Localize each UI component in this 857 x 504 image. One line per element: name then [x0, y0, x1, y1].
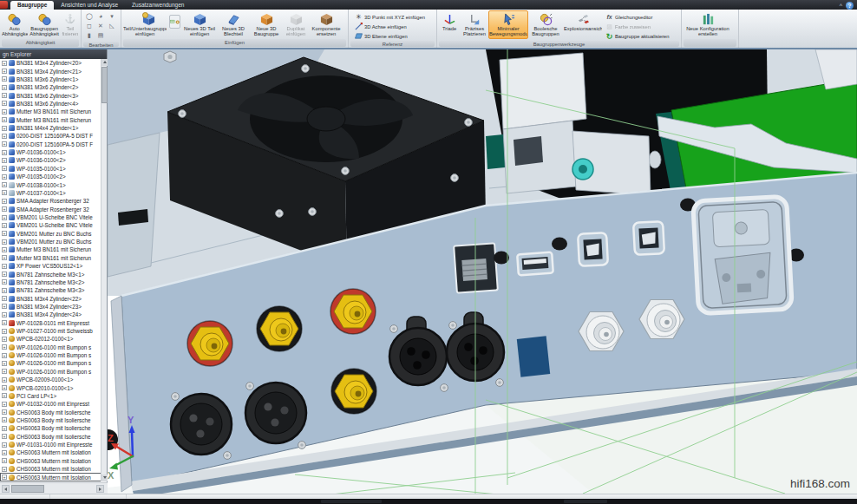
tree-item[interactable]: +CHS0063 Muttern mit Isolation [0, 448, 101, 456]
expand-icon[interactable]: + [2, 458, 7, 463]
expand-icon[interactable]: + [2, 247, 7, 252]
tree-item[interactable]: +CHS0063 Muttern mit Isolation [0, 473, 101, 481]
rca-connector-red[interactable] [187, 321, 232, 366]
expand-icon[interactable]: + [2, 353, 7, 358]
expand-icon[interactable]: + [2, 255, 7, 260]
tree-item[interactable]: +WP-01026-0100 mit Bumpon s [0, 359, 101, 367]
expand-icon[interactable]: + [2, 76, 7, 82]
expand-icon[interactable]: + [2, 402, 7, 407]
expand-icon[interactable]: + [2, 85, 7, 90]
expand-icon[interactable]: + [2, 304, 7, 309]
tree-item[interactable]: +BN381 M3x6 Zylinder<4> [0, 100, 101, 108]
scroll-up-arrow[interactable] [101, 59, 108, 66]
tree-item[interactable]: +WP-01036-0100<2> [0, 156, 101, 164]
tree-item[interactable]: +BN381 M3x6 Zylinder<2> [0, 83, 101, 91]
expand-icon[interactable]: + [2, 239, 7, 245]
expand-icon[interactable]: + [2, 109, 7, 115]
edit-tool-icon[interactable]: ✕ [95, 22, 106, 30]
expand-icon[interactable]: + [2, 385, 7, 390]
3d-scene[interactable]: Y Z X [108, 49, 857, 494]
ribbon-button-boolesche-baugruppen[interactable]: Boolesche Baugruppen [528, 10, 563, 39]
rca-connector-black[interactable] [331, 369, 376, 414]
scroll-right-arrow[interactable] [96, 485, 104, 493]
tree-item[interactable]: +BN381 M3x4 Zylinder<20> [0, 59, 101, 67]
taskbar-item[interactable] [564, 500, 607, 503]
edit-tool-icon[interactable]: ▮ [84, 31, 95, 40]
expand-icon[interactable]: + [2, 475, 7, 480]
expand-icon[interactable]: + [2, 158, 7, 163]
tree-item[interactable]: +WP-01032-0100 mit Einpresst [0, 400, 101, 408]
edit-tool-icon[interactable]: ◺ [107, 22, 117, 30]
tree-item[interactable]: +VBM201 U-Scheibe BNC Vitele [0, 221, 101, 229]
xlr-male-connector[interactable] [245, 383, 306, 443]
edit-tool-icon[interactable]: ◻ [84, 22, 95, 30]
expand-icon[interactable]: + [2, 182, 7, 187]
tree-item[interactable]: +Mutter M3 BN161 mit Sicherun [0, 254, 101, 262]
tree-item[interactable]: +BN381 M3x4 Zylinder<22> [0, 294, 101, 302]
expand-icon[interactable]: + [2, 264, 7, 269]
3d-viewport[interactable]: Y Z X hifi168.com [108, 49, 857, 494]
edit-tool-icon[interactable]: ◯ [84, 12, 95, 21]
expand-icon[interactable]: + [2, 337, 7, 342]
tree-item[interactable]: +SMA Adapter Rosenberger 32 [0, 197, 101, 205]
tree-item[interactable]: +WP-01038-0100<1> [0, 180, 101, 188]
ribbon-menu-item-farbe-zuweisen[interactable]: ▨Farbe zuweisen [605, 22, 670, 31]
expand-icon[interactable]: + [2, 279, 7, 285]
edit-tool-icon[interactable]: ▾ [107, 12, 117, 21]
tab-baugruppe[interactable]: Baugruppe [10, 1, 54, 10]
help-icon[interactable]: ? [846, 2, 854, 10]
interior-block[interactable] [500, 53, 586, 129]
expand-icon[interactable]: + [2, 467, 7, 472]
tree-item[interactable]: +CHS0063 Body mit Isoliersche [0, 433, 101, 441]
ribbon-button-auto-abhängigkeit[interactable]: Auto Abhängigkeit [1, 10, 29, 39]
expand-icon[interactable]: + [2, 101, 7, 106]
ribbon-button-duplikat-einfügen[interactable]: Duplikat einfügen [283, 10, 309, 39]
tree-item[interactable]: +BN381 M3x4 Zylinder<24> [0, 311, 101, 318]
tree-item[interactable]: +CHS0063 Muttern mit Isolation [0, 457, 101, 465]
expand-icon[interactable]: + [2, 141, 7, 147]
expand-icon[interactable]: + [2, 134, 7, 139]
ribbon-button-explosionsansicht[interactable]: Explosionsansicht [563, 10, 603, 39]
rca-connector-black[interactable] [257, 306, 302, 351]
insert-options-stack[interactable] [167, 10, 182, 39]
ribbon-button-neue-konfiguration-erstellen[interactable]: Neue Konfiguration erstellen [683, 10, 733, 39]
ribbon-button-baugruppen-abhängigkeit[interactable]: Baugruppen Abhängigkeit [29, 10, 61, 39]
ribbon-menu-item-baugruppe-aktualisieren[interactable]: ↻Baugruppe aktualisieren [605, 31, 670, 41]
rca-connector-red[interactable] [330, 289, 376, 334]
horizontal-scrollbar[interactable] [0, 482, 108, 494]
tree-item[interactable]: +Mutter M3 BN161 mit Sicherun [0, 108, 101, 115]
ribbon-button-neues-3d-blechteil[interactable]: Neues 3D Blechteil [217, 10, 250, 39]
standoff-cylinder[interactable] [649, 151, 661, 168]
ribbon-menu-item-3d-ebene-einfügen[interactable]: 3D Ebene einfügen [355, 31, 425, 41]
ribbon-menu-item-3d-punkt-mit-xyz-einfügen[interactable]: ✳3D Punkt mit XYZ einfügen [355, 12, 425, 22]
tree-item[interactable]: +WP-01026-0100 mit Bumpon s [0, 368, 101, 376]
scrollbar-thumb[interactable] [11, 485, 44, 493]
expand-icon[interactable]: + [2, 426, 7, 431]
tree-item[interactable]: +WP-01035-0100<2> [0, 173, 101, 180]
tree-item[interactable]: +VBM201 Mutter zu BNC Buchs [0, 238, 101, 245]
ribbon-button-neue-3d-baugruppe[interactable]: Neue 3D Baugruppe [250, 10, 283, 39]
ribbon-menu-item-gleichungseditor[interactable]: fxGleichungseditor [605, 12, 670, 22]
iec-power-inlet[interactable] [693, 196, 793, 313]
expand-icon[interactable]: + [2, 190, 7, 195]
expand-icon[interactable]: + [2, 320, 7, 325]
tab-ansichten-und-analyse[interactable]: Ansichten und Analyse [54, 1, 125, 10]
tree-item[interactable]: +WPCB-02010-0100<1> [0, 383, 101, 391]
expand-icon[interactable]: + [2, 312, 7, 317]
expand-icon[interactable]: + [2, 231, 7, 236]
tree-item[interactable]: +SMA Adapter Rosenberger 32 [0, 205, 101, 213]
tree-item[interactable]: +BN381 M3x6 Zylinder<1> [0, 75, 101, 83]
firewire-port[interactable] [578, 232, 608, 266]
ribbon-button-komponente-ersetzen[interactable]: Komponente ersetzen [309, 10, 343, 39]
tree-item[interactable]: +CHS0063 Body mit Isoliersche [0, 424, 101, 432]
tree-item[interactable]: +WPCB-02009-0100<1> [0, 376, 101, 383]
taskbar-item[interactable] [321, 500, 382, 503]
chassis-side-block[interactable] [108, 133, 160, 277]
scrollbar-thumb[interactable] [101, 67, 108, 103]
ribbon-button-teil-fixieren[interactable]: ⚓Teil fixieren [61, 10, 80, 39]
expand-icon[interactable]: + [2, 93, 7, 98]
ribbon-button-triade[interactable]: Triade [438, 10, 461, 39]
tree-item[interactable]: +BN381 M3x6 Zylinder<3> [0, 91, 101, 99]
expand-icon[interactable]: + [2, 69, 7, 74]
tree-item[interactable]: +BN781 Zahnscheibe M3<2> [0, 278, 101, 286]
